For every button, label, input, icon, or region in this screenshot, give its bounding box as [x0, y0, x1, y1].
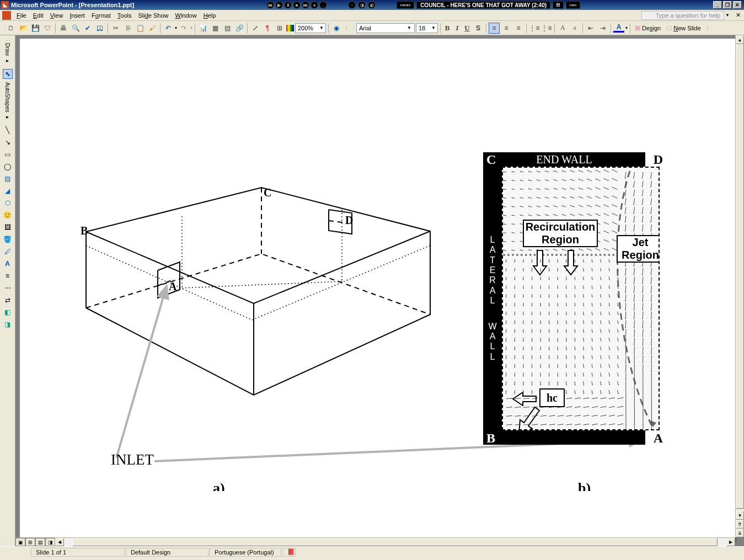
scroll-down-button[interactable]: ▼: [736, 511, 744, 520]
new-slide-button[interactable]: ▢New Slide: [664, 24, 703, 31]
menu-file[interactable]: File: [13, 11, 30, 20]
rectangle-icon[interactable]: ▭: [3, 150, 13, 159]
horizontal-scrollbar[interactable]: ▣ ⊞ ▤ ◨ ◀ ▶: [15, 537, 735, 546]
close-button[interactable]: ✕: [733, 1, 742, 9]
show-formatting-icon[interactable]: ¶: [262, 23, 273, 34]
hscroll-thumb[interactable]: [73, 538, 718, 546]
media-stop-icon[interactable]: ■: [293, 1, 301, 9]
align-center-icon[interactable]: ≡: [501, 23, 512, 34]
doc-close-button[interactable]: ✕: [734, 12, 742, 19]
vertical-scrollbar[interactable]: ▲ ▼ ⇈ ⇊: [735, 35, 744, 537]
decrease-indent-icon[interactable]: ⇤: [585, 23, 596, 34]
clipart-icon[interactable]: 🙂: [3, 210, 13, 220]
scroll-up-button[interactable]: ▲: [736, 35, 744, 44]
align-left-icon[interactable]: ≡: [489, 23, 500, 34]
media-play-icon[interactable]: ▶: [275, 1, 283, 9]
print-preview-icon[interactable]: 🔍: [70, 23, 81, 34]
font-size-selector[interactable]: ▼: [416, 23, 438, 33]
menu-insert[interactable]: Insert: [66, 11, 88, 20]
new-file-icon[interactable]: 🗋: [6, 23, 17, 34]
expand-icon[interactable]: ⤢: [250, 23, 261, 34]
next-slide-button[interactable]: ⇊: [736, 529, 744, 537]
media-minimize-icon[interactable]: _: [319, 1, 327, 9]
menu-window[interactable]: Window: [172, 11, 200, 20]
bold-button[interactable]: B: [443, 23, 452, 34]
undo-icon[interactable]: ↶: [163, 23, 174, 34]
arrow-icon[interactable]: ↘: [3, 137, 13, 147]
increase-font-icon[interactable]: A: [557, 23, 568, 34]
media-prev-icon[interactable]: ⏮: [266, 1, 274, 9]
media-aux1-icon[interactable]: ○: [348, 1, 356, 9]
undo-dropdown[interactable]: ▾: [175, 25, 177, 30]
oval-icon[interactable]: ◯: [3, 162, 13, 172]
media-pause-icon[interactable]: ⏸: [284, 1, 292, 9]
format-painter-icon[interactable]: 🖌: [147, 23, 158, 34]
paste-icon[interactable]: 📋: [135, 23, 146, 34]
status-language[interactable]: Portuguese (Portugal): [210, 548, 281, 557]
font-color-icon[interactable]: A: [613, 24, 624, 33]
italic-button[interactable]: I: [453, 23, 462, 34]
font-color-dropdown[interactable]: ▾: [625, 25, 628, 30]
select-objects-icon[interactable]: ⬉: [3, 69, 13, 79]
picture-icon[interactable]: 🖼: [3, 222, 13, 232]
dash-style-icon[interactable]: ⋯: [3, 283, 13, 293]
bulleted-list-icon[interactable]: ⋮≡: [541, 23, 552, 34]
hyperlink-icon[interactable]: 🔗: [234, 23, 245, 34]
spellcheck-icon[interactable]: ✔: [82, 23, 93, 34]
scroll-right-button[interactable]: ▶: [726, 538, 735, 546]
design-button[interactable]: ▦Design: [633, 24, 663, 31]
autoshapes-menu[interactable]: AutoShapes ▸: [4, 82, 10, 120]
chart-icon[interactable]: 📊: [197, 23, 208, 34]
redo-dropdown[interactable]: ▾: [190, 25, 192, 30]
table-icon[interactable]: ▦: [210, 23, 221, 34]
media-aux3-icon[interactable]: ◐: [368, 1, 376, 9]
menu-tools[interactable]: Tools: [114, 11, 135, 20]
color-icon[interactable]: [286, 25, 294, 31]
save-icon[interactable]: 💾: [30, 23, 41, 34]
slideshow-view-icon[interactable]: ▤: [35, 538, 45, 546]
font-color-draw-icon[interactable]: A: [3, 259, 13, 269]
help-icon[interactable]: ◉: [331, 23, 342, 34]
media-aux2-icon[interactable]: ◑: [358, 1, 366, 9]
ask-help-input[interactable]: Type a question for help: [641, 11, 724, 20]
media-rec-icon[interactable]: ●: [311, 1, 318, 9]
media-next-icon[interactable]: ⏭: [302, 1, 309, 9]
textbox-icon[interactable]: ▤: [3, 174, 13, 184]
font-selector[interactable]: ▼: [356, 23, 415, 33]
permission-icon[interactable]: 🛡: [42, 23, 53, 34]
task-pill-1[interactable]: ▭▭▭: [397, 1, 414, 9]
draw-menu[interactable]: Draw ▸: [4, 43, 10, 63]
minimize-button[interactable]: _: [713, 1, 722, 9]
cut-icon[interactable]: ✂: [110, 23, 121, 34]
task-pill-2[interactable]: ⊞: [553, 1, 564, 9]
line-color-icon[interactable]: 🖊: [3, 247, 13, 257]
decrease-font-icon[interactable]: A: [569, 23, 580, 34]
zoom-input[interactable]: ▼: [295, 23, 326, 33]
restore-button[interactable]: ❐: [723, 1, 732, 9]
menu-format[interactable]: Format: [88, 11, 114, 20]
status-spell-icon[interactable]: 📕: [282, 548, 296, 557]
help-dropdown-arrow[interactable]: ▼: [724, 13, 731, 18]
menu-edit[interactable]: Edit: [30, 11, 47, 20]
vscroll-thumb[interactable]: [736, 44, 744, 509]
tables-borders-icon[interactable]: ▤: [222, 23, 233, 34]
normal-view-icon[interactable]: ▣: [15, 538, 25, 546]
3d-style-icon[interactable]: ◨: [3, 319, 13, 329]
prev-slide-button[interactable]: ⇈: [736, 520, 744, 529]
menu-slideshow[interactable]: Slide Show: [135, 11, 172, 20]
increase-indent-icon[interactable]: ⇥: [597, 23, 608, 34]
wordart-icon[interactable]: ◢: [3, 186, 13, 196]
shadow-button[interactable]: S: [473, 23, 484, 34]
task-pill-3[interactable]: ▭▭: [566, 1, 580, 9]
arrow-style-icon[interactable]: ⇄: [3, 295, 13, 305]
sorter-view-icon[interactable]: ⊞: [25, 538, 35, 546]
copy-icon[interactable]: ⎘: [122, 23, 133, 34]
scroll-left-button[interactable]: ◀: [55, 538, 64, 546]
menu-view[interactable]: View: [47, 11, 67, 20]
numbered-list-icon[interactable]: ⋮≡: [529, 23, 540, 34]
line-icon[interactable]: ╲: [3, 125, 13, 135]
print-icon[interactable]: 🖶: [58, 23, 69, 34]
line-style-icon[interactable]: ≡: [3, 271, 13, 281]
slide[interactable]: B C D A INLET a) b): [20, 39, 735, 541]
now-playing-pill[interactable]: COUNCIL - HERE'S ONE THAT GOT AWAY (2:40…: [416, 1, 550, 9]
